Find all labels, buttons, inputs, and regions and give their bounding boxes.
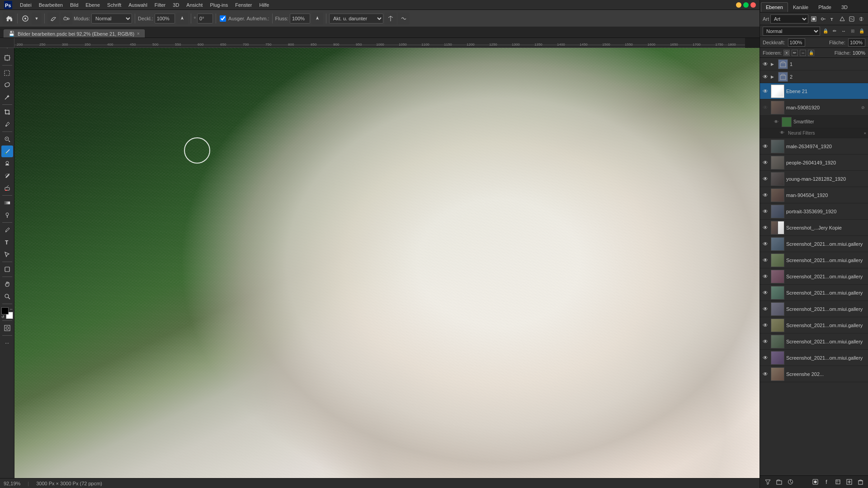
layer-new-group-button[interactable] xyxy=(774,478,784,487)
layer-smartfilter[interactable]: 👁 Smartfilter xyxy=(760,116,868,128)
home-button[interactable] xyxy=(3,13,14,24)
dodge-tool[interactable] xyxy=(1,209,13,221)
layer-screenshot-more[interactable]: 👁 Screenshe 202... xyxy=(760,366,868,382)
layer-smart-object-button[interactable] xyxy=(833,478,843,487)
swap-colors[interactable]: ↔ xyxy=(9,307,13,311)
layer-mask-button[interactable] xyxy=(810,478,820,487)
layer-group-1[interactable]: 👁 ▶ 1 xyxy=(760,58,868,70)
lock-all-icon[interactable]: 🔒 xyxy=(858,28,865,35)
filter-shape-icon[interactable] xyxy=(838,15,846,23)
layer-screenshot2021f[interactable]: 👁 Screenshot_2021...om.miui.gallery xyxy=(760,317,868,333)
eyedropper-tool[interactable] xyxy=(1,118,13,130)
filter-text-icon[interactable]: T xyxy=(829,15,837,23)
layer-vis-male2634[interactable]: 👁 xyxy=(762,143,769,150)
hand-tool[interactable] xyxy=(1,278,13,290)
symmetrie-icon[interactable] xyxy=(385,13,396,24)
akt-darunter-select[interactable]: Akt. u. darunter xyxy=(329,14,383,23)
layer-vis-youngman[interactable]: 👁 xyxy=(762,175,769,183)
layer-youngman[interactable]: 👁 young-man-1281282_1920 xyxy=(760,171,868,187)
lock-checkbox-transparent[interactable] xyxy=(783,50,790,56)
layer-vis-people2604[interactable]: 👁 xyxy=(762,159,769,166)
brush-airbrush-icon[interactable] xyxy=(61,13,72,24)
layer-man904[interactable]: 👁 man-904504_1920 xyxy=(760,187,868,203)
menu-ebene[interactable]: Ebene xyxy=(82,1,104,9)
layer-vis-screenshot2021b[interactable]: 👁 xyxy=(762,257,769,264)
layer-screenshot2021c[interactable]: 👁 Screenshot_2021...om.miui.gallery xyxy=(760,268,868,285)
path-selection-tool[interactable] xyxy=(1,249,13,260)
layer-vis-man904[interactable]: 👁 xyxy=(762,192,769,199)
blend-mode-select[interactable]: Normal xyxy=(763,27,820,36)
pen-tool[interactable] xyxy=(1,224,13,236)
default-colors[interactable]: ↺ xyxy=(1,315,5,319)
artboard-tool[interactable] xyxy=(1,52,13,64)
neural-expand[interactable]: × xyxy=(864,131,866,136)
layer-vis-screenshot2021g[interactable]: 👁 xyxy=(762,338,769,345)
mask-mode-btn[interactable] xyxy=(1,322,13,334)
menu-hilfe[interactable]: Hilfe xyxy=(255,1,273,9)
filter-adjust-icon[interactable] xyxy=(819,15,827,23)
opacity-input[interactable] xyxy=(788,38,805,47)
file-tab[interactable]: 💾 Bilder bearbeiten.psdc bei 92,2% (Eben… xyxy=(4,29,145,38)
layer-screenshot2021e[interactable]: 👁 Screenshot_2021...om.miui.gallery xyxy=(760,301,868,317)
layer-ebene21[interactable]: 👁 Ebene 21 xyxy=(760,83,868,99)
deckl-pressure-icon[interactable] xyxy=(176,13,188,24)
extra-tools-btn[interactable]: ··· xyxy=(1,337,13,349)
menu-ansicht[interactable]: Ansicht xyxy=(183,1,206,9)
brush-preset-picker[interactable]: ▼ xyxy=(32,13,42,24)
canvas-area[interactable] xyxy=(14,48,760,478)
layer-vis-screenshot8[interactable]: 👁 xyxy=(762,224,769,231)
tab-3d[interactable]: 3D xyxy=(836,2,853,12)
filter-toggle[interactable] xyxy=(857,15,865,23)
layer-vis-screenshot2021d[interactable]: 👁 xyxy=(762,289,769,296)
app-icon[interactable]: Ps xyxy=(2,0,14,9)
fluss-pressure-icon[interactable] xyxy=(311,13,323,24)
lock-checkbox-image[interactable]: ✏ xyxy=(792,50,798,56)
filter-pixel-icon[interactable] xyxy=(810,15,818,23)
layer-arrow-group2[interactable]: ▶ xyxy=(771,75,776,79)
layer-portrait3353[interactable]: 👁 portrait-3353699_1920 xyxy=(760,203,868,220)
layer-vis-screenshot-more[interactable]: 👁 xyxy=(762,371,769,378)
menu-auswahl[interactable]: Auswahl xyxy=(125,1,151,9)
layers-list[interactable]: 👁 ▶ 1 👁 ▶ 2 👁 Ebene 21 👁 xyxy=(760,58,868,475)
text-tool[interactable]: T xyxy=(1,236,13,248)
spot-heal-tool[interactable] xyxy=(1,133,13,145)
modus-select[interactable]: Normal xyxy=(91,14,132,23)
minimize-button[interactable] xyxy=(736,2,741,8)
maximize-button[interactable] xyxy=(743,2,749,8)
layer-screenshot2021d[interactable]: 👁 Screenshot_2021...om.miui.gallery xyxy=(760,285,868,301)
layer-delete-button[interactable] xyxy=(855,478,865,487)
layer-vis-screenshot2021h[interactable]: 👁 xyxy=(762,354,769,361)
layer-new-button[interactable] xyxy=(844,478,854,487)
layer-people2604[interactable]: 👁 people-2604149_1920 xyxy=(760,155,868,171)
zoom-tool[interactable] xyxy=(1,291,13,302)
foreground-color[interactable] xyxy=(1,307,9,314)
layer-vis-screenshot2021c[interactable]: 👁 xyxy=(762,273,769,280)
layer-screenshot2021g[interactable]: 👁 Screenshot_2021...om.miui.gallery xyxy=(760,333,868,350)
deckl-input[interactable] xyxy=(155,14,175,23)
menu-fenster[interactable]: Fenster xyxy=(231,1,255,9)
menu-3d[interactable]: 3D xyxy=(169,1,183,9)
layer-screenshot2021a[interactable]: 👁 Screenshot_2021...om.miui.gallery xyxy=(760,236,868,252)
history-brush-tool[interactable] xyxy=(1,170,13,182)
layer-screenshot2021h[interactable]: 👁 Screenshot_2021...om.miui.gallery xyxy=(760,350,868,366)
menu-schrift[interactable]: Schrift xyxy=(104,1,125,9)
layer-male2634[interactable]: 👁 male-2634974_1920 xyxy=(760,138,868,155)
brush-settings-icon[interactable] xyxy=(47,13,59,24)
menu-plugins[interactable]: Plug-ins xyxy=(206,1,231,9)
layer-filter-button[interactable] xyxy=(763,478,773,487)
color-swatches[interactable]: ↔ ↺ xyxy=(1,307,13,319)
smoothing-icon[interactable] xyxy=(398,13,410,24)
ausger-checkbox[interactable] xyxy=(220,15,226,22)
layer-style-button[interactable]: f xyxy=(821,478,831,487)
layer-vis-screenshot2021f[interactable]: 👁 xyxy=(762,322,769,329)
filter-smart-icon[interactable] xyxy=(848,15,856,23)
file-tab-close[interactable]: × xyxy=(137,31,140,36)
layer-type-select[interactable]: Art xyxy=(770,14,808,23)
layer-vis-group2[interactable]: 👁 xyxy=(762,73,769,80)
magic-wand-tool[interactable] xyxy=(1,91,13,103)
shape-tool[interactable] xyxy=(1,263,13,275)
layer-vis-man59[interactable]: 👁 xyxy=(762,104,769,111)
tab-pfade[interactable]: Pfade xyxy=(813,2,836,12)
layer-vis-portrait3353[interactable]: 👁 xyxy=(762,208,769,215)
lock-artboard-icon[interactable]: ⊞ xyxy=(849,28,856,35)
